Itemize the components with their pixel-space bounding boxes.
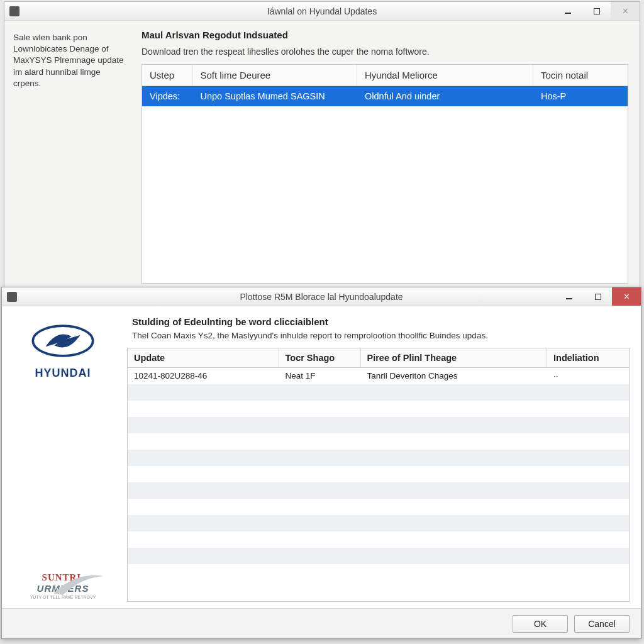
table-row[interactable] [128,401,629,417]
table-row[interactable]: 10241-802U288-46 Neat 1F Tanrll Deverito… [128,368,629,384]
table-row[interactable] [128,499,629,515]
cell: Hos-P [533,86,628,107]
window-body: HYUNDAI SUNTRL URMNERS YUTY OT TELL RAVE… [2,306,641,608]
window-title: Plottose R5M Blorace lal Hyundoalupdate [2,292,641,302]
main-panel: Stulding of Edeulnting be word clicciaib… [125,306,641,608]
table-row[interactable] [128,466,629,482]
table-header-row: Update Tocr Shago Piree of Plinl Theage … [128,348,629,368]
maximize-button[interactable] [583,287,612,306]
updates-table: Ustep Soft lime Deuree Hyundal Meliorce … [142,65,628,106]
table-header-row: Ustep Soft lime Deuree Hyundal Meliorce … [142,65,628,86]
table-row[interactable] [128,482,629,499]
hyundai-wordmark: HYUNDAI [35,367,91,380]
maximize-button[interactable] [582,2,611,20]
minimize-button[interactable] [553,2,582,20]
cell: Vipdes: [142,86,192,107]
app-icon [7,292,17,302]
minimize-button[interactable] [554,287,583,306]
col-tocr-shago[interactable]: Tocr Shago [279,348,360,368]
section-heading: Maul Arlsvan Regodut Indsuated [142,30,628,40]
titlebar[interactable]: Plottose R5M Blorace lal Hyundoalupdate … [2,287,641,306]
hyundai-update-window: Plottose R5M Blorace lal Hyundoalupdate … [1,287,641,639]
main-panel: Maul Arlsvan Regodut Indsuated Download … [136,21,640,290]
swoosh-icon [50,569,107,600]
cell: Tanrll Deveriton Chages [360,368,547,384]
window-title: Iáwnlal on Hyundal Updates [4,6,640,16]
table-row[interactable] [128,417,629,433]
window-controls: × [554,287,641,306]
sidebar-text: Sale wlen bank pon Lownlobicates Denage … [4,21,136,290]
update-table: Update Tocr Shago Piree of Plinl Theage … [128,348,629,580]
table-row[interactable]: Vipdes: Unpo Suptlas Mumed SAGSIN Oldnfu… [142,86,628,107]
table-row[interactable] [128,433,629,450]
col-soft-lime-deuree[interactable]: Soft lime Deuree [192,65,357,86]
window-controls: × [553,2,640,20]
col-tocin-notail[interactable]: Tocin notail [533,65,628,86]
table-row[interactable] [128,450,629,466]
col-hyundal-meliorce[interactable]: Hyundal Meliorce [357,65,533,86]
col-ustep[interactable]: Ustep [142,65,192,86]
ok-button[interactable]: OK [513,615,568,633]
cell: 10241-802U288-46 [128,368,279,384]
updates-table-container: Ustep Soft lime Deuree Hyundal Meliorce … [142,64,628,284]
table-row[interactable] [128,564,629,580]
col-piree-plinl-theage[interactable]: Piree of Plinl Theage [360,348,547,368]
section-subtext: Thel Coan Maxis Ys2, the Maslyyund's inh… [127,331,630,340]
cell: Oldnful And uinder [357,86,533,107]
app-icon [9,6,19,16]
col-indeliation[interactable]: Indeliation [547,348,629,368]
update-table-container: Update Tocr Shago Piree of Plinl Theage … [127,348,630,602]
col-update[interactable]: Update [128,348,279,368]
partner-badge: SUNTRL URMNERS YUTY OT TELL RAVE RETROVY [19,572,107,599]
titlebar[interactable]: Iáwnlal on Hyundal Updates × [4,2,640,21]
cell: Unpo Suptlas Mumed SAGSIN [192,86,357,107]
cancel-button[interactable]: Cancel [574,615,630,633]
close-button[interactable]: × [612,287,641,306]
table-row[interactable] [128,515,629,531]
table-row[interactable] [128,384,629,401]
close-button[interactable]: × [611,2,640,20]
updates-window: Iáwnlal on Hyundal Updates × Sale wlen b… [4,1,640,291]
sidebar: HYUNDAI SUNTRL URMNERS YUTY OT TELL RAVE… [2,306,125,608]
cell: Neat 1F [279,368,360,384]
section-heading: Stulding of Edeulnting be word clicciaib… [127,316,630,327]
dialog-footer: OK Cancel [2,608,641,638]
cell: ·· [547,368,629,384]
table-row[interactable] [128,548,629,564]
section-subtext: Download tren the respeat liheslles orol… [142,47,628,57]
hyundai-logo-icon [25,319,101,363]
table-row[interactable] [128,531,629,548]
window-body: Sale wlen bank pon Lownlobicates Denage … [4,21,640,290]
